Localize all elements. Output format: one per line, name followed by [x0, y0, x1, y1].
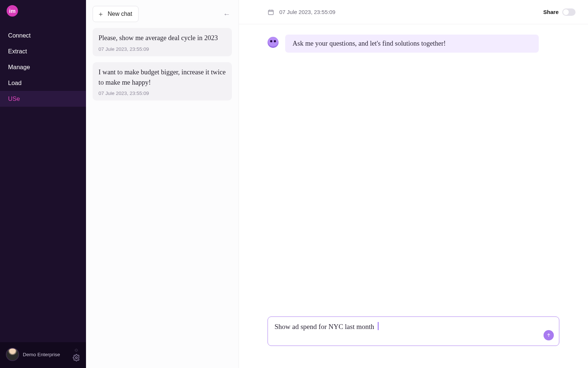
settings-button[interactable]: [73, 354, 80, 361]
svg-rect-1: [268, 10, 273, 14]
bot-message-text: Ask me your questions, and let's find so…: [293, 40, 446, 47]
message-input[interactable]: Show ad spend for NYC last month: [268, 316, 559, 346]
chat-main: 07 Jule 2023, 23:55:09 Share Ask me your…: [239, 0, 588, 368]
share-toggle[interactable]: [562, 8, 576, 16]
sidebar-item-connect[interactable]: Connect: [0, 28, 86, 43]
message-input-text: Show ad spend for NYC last month: [275, 323, 374, 330]
gear-icon: [73, 354, 80, 361]
chat-list-item-timestamp: 07 Jule 2023, 23:55:09: [98, 91, 226, 96]
chat-timestamp: 07 Jule 2023, 23:55:09: [279, 9, 538, 15]
sidebar-item-label: Manage: [8, 64, 30, 70]
bot-avatar-icon: [268, 37, 279, 48]
sidebar-item-label: Load: [8, 79, 22, 86]
sidebar-item-extract[interactable]: Extract: [0, 43, 86, 59]
chat-list-item[interactable]: I want to make budget bigger, increase i…: [93, 62, 232, 101]
svg-point-0: [76, 357, 78, 359]
brand-logo[interactable]: im: [7, 5, 18, 17]
composer-area: Show ad spend for NYC last month: [239, 316, 588, 368]
chat-list-item-title: I want to make budget bigger, increase i…: [98, 67, 226, 88]
calendar-icon: [268, 9, 274, 15]
sidebar-item-load[interactable]: Load: [0, 75, 86, 91]
sidebar: im Connect Extract Manage Load USe Demo …: [0, 0, 86, 368]
bot-message-row: Ask me your questions, and let's find so…: [268, 35, 559, 53]
chat-list-item[interactable]: Please, show me average deal cycle in 20…: [93, 28, 232, 56]
chat-list-panel: ＋ New chat ← Please, show me average dea…: [86, 0, 239, 368]
arrow-up-icon: [546, 333, 551, 338]
new-chat-button[interactable]: ＋ New chat: [93, 6, 139, 22]
logo-wrap: im: [0, 0, 86, 20]
chat-topbar: 07 Jule 2023, 23:55:09 Share: [239, 0, 588, 24]
arrow-left-icon: ←: [223, 10, 230, 18]
bot-message-bubble: Ask me your questions, and let's find so…: [285, 35, 539, 53]
sidebar-item-label: USe: [8, 95, 20, 102]
plus-icon: ＋: [97, 10, 104, 18]
chat-list-header: ＋ New chat ←: [93, 6, 232, 22]
sidebar-nav: Connect Extract Manage Load USe: [0, 20, 86, 342]
sidebar-footer-controls: ︿﹀: [73, 347, 80, 361]
sidebar-item-label: Extract: [8, 48, 27, 54]
user-avatar[interactable]: [6, 348, 19, 361]
collapse-chatlist-button[interactable]: ←: [222, 9, 232, 19]
sidebar-footer: Demo Enterprise ︿﹀: [0, 342, 86, 368]
text-caret: [378, 322, 379, 330]
sidebar-item-manage[interactable]: Manage: [0, 59, 86, 75]
chat-list-item-timestamp: 07 Jule 2023, 23:55:09: [98, 46, 226, 52]
chat-list-item-title: Please, show me average deal cycle in 20…: [98, 33, 226, 43]
share-label: Share: [543, 9, 559, 15]
new-chat-label: New chat: [108, 11, 132, 17]
brand-logo-text: im: [9, 8, 16, 14]
workspace-info: Demo Enterprise: [23, 352, 69, 357]
chat-body: Ask me your questions, and let's find so…: [239, 24, 588, 316]
send-button[interactable]: [544, 330, 554, 340]
share-control: Share: [543, 8, 576, 16]
sidebar-item-label: Connect: [8, 32, 31, 39]
sidebar-item-use[interactable]: USe: [0, 91, 86, 107]
workspace-switcher[interactable]: ︿﹀: [75, 347, 78, 353]
workspace-name: Demo Enterprise: [23, 352, 69, 357]
